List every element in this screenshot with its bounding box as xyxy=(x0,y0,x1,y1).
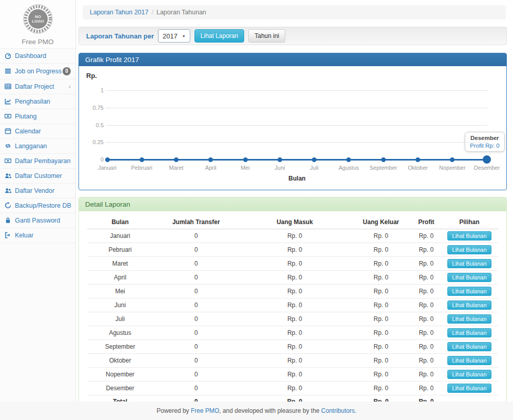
sidebar-nav: DashboardJob on Progress0Daftar Project‹… xyxy=(0,48,75,243)
cell-bulan: Maret xyxy=(87,257,153,271)
table-row: Mei0Rp. 0Rp. 0Rp. 0Lihat Bulanan xyxy=(87,285,498,298)
sidebar-item-penghasilan[interactable]: Penghasilan xyxy=(0,94,75,109)
lihat-bulanan-button[interactable]: Lihat Bulanan xyxy=(447,314,491,324)
table-icon xyxy=(5,83,13,90)
cell-uang-masuk: Rp. 0 xyxy=(239,271,350,285)
cell-bulan: Oktober xyxy=(87,354,153,368)
y-tick-label: 0.75 xyxy=(82,105,104,111)
detail-panel-title: Detail Laporan xyxy=(79,197,506,211)
no-logo-icon: NO LOGO xyxy=(23,4,53,34)
data-point-april[interactable] xyxy=(208,157,213,162)
column-header-uang-masuk: Uang Masuk xyxy=(239,215,350,229)
sidebar-item-daftar-vendor[interactable]: Daftar Vendor xyxy=(0,184,75,198)
cell-bulan: April xyxy=(87,271,153,285)
table-row: Maret0Rp. 0Rp. 0Rp. 0Lihat Bulanan xyxy=(87,257,498,271)
cell-uang-masuk: Rp. 0 xyxy=(239,257,350,271)
sidebar-item-daftar-customer[interactable]: Daftar Customer xyxy=(0,169,75,184)
gridline xyxy=(106,108,488,108)
sign-out-icon xyxy=(5,232,13,239)
data-point-maret[interactable] xyxy=(174,157,179,162)
profit-chart: Rp. Bulan Desember Profit Rp: 0 00.250.5… xyxy=(79,66,506,190)
year-select[interactable]: 2017 ▼ xyxy=(158,29,190,43)
data-point-september[interactable] xyxy=(381,157,386,162)
data-point-mei[interactable] xyxy=(243,157,248,162)
lihat-bulanan-button[interactable]: Lihat Bulanan xyxy=(447,342,491,351)
cell-profit: Rp. 0 xyxy=(412,285,441,298)
chevron-left-icon: ‹ xyxy=(69,84,71,89)
cell-uang-keluar: Rp. 0 xyxy=(350,326,412,340)
sidebar-item-dashboard[interactable]: Dashboard xyxy=(0,49,75,64)
cell-bulan: Juli xyxy=(87,312,153,326)
column-header-uang-keluar: Uang Keluar xyxy=(350,215,412,229)
footer-link-freepmo[interactable]: Free PMO xyxy=(191,407,219,414)
chart-line-segment xyxy=(142,159,176,161)
sidebar-item-daftar-project[interactable]: Daftar Project‹ xyxy=(0,79,75,94)
sidebar-item-label: Backup/Restore DB xyxy=(15,202,71,209)
data-point-januari[interactable] xyxy=(105,157,110,162)
money-icon xyxy=(5,157,13,165)
data-point-pebruari[interactable] xyxy=(140,157,144,162)
chart-line-segment xyxy=(245,159,280,161)
lihat-bulanan-button[interactable]: Lihat Bulanan xyxy=(447,273,491,282)
breadcrumb-link[interactable]: Laporan Tahun 2017 xyxy=(90,9,148,16)
cell-uang-masuk: Rp. 0 xyxy=(239,340,350,354)
data-point-desember[interactable] xyxy=(483,155,491,164)
table-row: Pebruari0Rp. 0Rp. 0Rp. 0Lihat Bulanan xyxy=(87,243,498,257)
cell-uang-keluar: Rp. 0 xyxy=(350,257,412,271)
sidebar-item-langganan[interactable]: Langganan xyxy=(0,139,75,154)
lihat-bulanan-button[interactable]: Lihat Bulanan xyxy=(447,384,491,393)
chart-line-segment xyxy=(280,159,314,161)
lihat-bulanan-button[interactable]: Lihat Bulanan xyxy=(447,328,491,337)
lihat-bulanan-button[interactable]: Lihat Bulanan xyxy=(447,231,491,241)
cell-jumlah-transfer: 0 xyxy=(153,229,239,243)
y-tick-label: 0.25 xyxy=(82,139,104,145)
cell-jumlah-transfer: 0 xyxy=(153,298,239,312)
cell-pilihan: Lihat Bulanan xyxy=(441,340,498,354)
table-row: Juli0Rp. 0Rp. 0Rp. 0Lihat Bulanan xyxy=(87,312,498,326)
x-tick-label: Agustus xyxy=(331,165,367,171)
sidebar-item-calendar[interactable]: Calendar xyxy=(0,124,75,139)
cell-pilihan: Lihat Bulanan xyxy=(441,243,498,257)
users-icon xyxy=(5,172,13,179)
chart-panel-title: Grafik Profit 2017 xyxy=(79,53,506,66)
cell-jumlah-transfer: 0 xyxy=(153,257,239,271)
data-point-agustus[interactable] xyxy=(346,157,351,162)
cell-pilihan: Lihat Bulanan xyxy=(441,229,498,243)
this-year-button[interactable]: Tahun ini xyxy=(248,29,285,43)
lihat-bulanan-button[interactable]: Lihat Bulanan xyxy=(447,370,491,379)
table-row: September0Rp. 0Rp. 0Rp. 0Lihat Bulanan xyxy=(87,340,498,354)
sidebar-item-ganti-password[interactable]: Ganti Password xyxy=(0,213,75,228)
filter-label: Laporan Tahunan per xyxy=(86,32,154,40)
sidebar-item-job-on-progress[interactable]: Job on Progress0 xyxy=(0,64,75,79)
lihat-bulanan-button[interactable]: Lihat Bulanan xyxy=(447,356,491,365)
cell-uang-keluar: Rp. 0 xyxy=(350,340,412,354)
sidebar-item-label: Dashboard xyxy=(15,52,46,59)
footer-link-contributors[interactable]: Contributors. xyxy=(321,407,357,414)
sidebar-item-label: Daftar Customer xyxy=(15,172,62,179)
data-point-juni[interactable] xyxy=(278,157,282,162)
sidebar-item-label: Langganan xyxy=(15,143,47,150)
cell-pilihan: Lihat Bulanan xyxy=(441,285,498,298)
cell-bulan: Mei xyxy=(87,285,153,298)
sidebar-item-keluar[interactable]: Keluar xyxy=(0,228,75,243)
sidebar-item-daftar-pembayaran[interactable]: Daftar Pembayaran xyxy=(0,154,75,169)
retweet-icon xyxy=(5,143,13,150)
cell-uang-keluar: Rp. 0 xyxy=(350,382,412,395)
lihat-bulanan-button[interactable]: Lihat Bulanan xyxy=(447,259,491,268)
view-report-button[interactable]: Lihat Laporan xyxy=(194,29,244,43)
cell-profit: Rp. 0 xyxy=(412,298,441,312)
data-point-oktober[interactable] xyxy=(416,157,420,162)
data-point-nopember[interactable] xyxy=(450,157,455,162)
chart-line-segment xyxy=(176,159,211,161)
cell-jumlah-transfer: 0 xyxy=(153,271,239,285)
lihat-bulanan-button[interactable]: Lihat Bulanan xyxy=(447,245,491,254)
logo-block: NO LOGO Free PMO xyxy=(0,0,75,48)
data-point-juli[interactable] xyxy=(312,157,317,162)
cell-uang-masuk: Rp. 0 xyxy=(239,285,350,298)
lihat-bulanan-button[interactable]: Lihat Bulanan xyxy=(447,301,491,310)
gridline xyxy=(106,125,488,126)
sidebar-item-backup-restore-db[interactable]: Backup/Restore DB xyxy=(0,198,75,213)
lihat-bulanan-button[interactable]: Lihat Bulanan xyxy=(447,287,491,296)
table-row: April0Rp. 0Rp. 0Rp. 0Lihat Bulanan xyxy=(87,271,498,285)
sidebar-item-piutang[interactable]: Piutang xyxy=(0,109,75,124)
